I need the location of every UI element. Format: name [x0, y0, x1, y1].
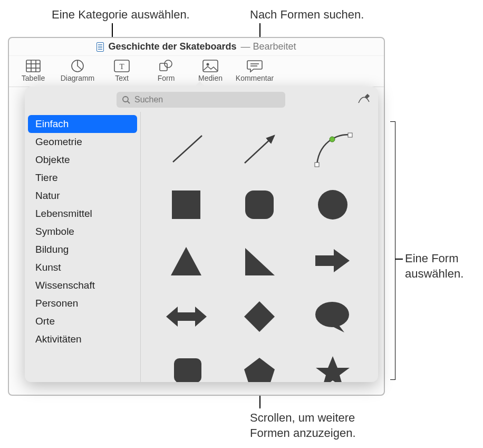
svg-point-14 [123, 97, 128, 102]
shape-star[interactable] [306, 349, 359, 382]
document-title: Geschichte der Skateboards [108, 41, 236, 52]
search-input[interactable]: Suchen [117, 92, 285, 108]
shape-double-arrow[interactable] [160, 293, 212, 340]
media-icon [202, 59, 218, 73]
category-sidebar: EinfachGeometrieObjekteTiereNaturLebensm… [25, 112, 141, 382]
svg-point-23 [318, 190, 347, 220]
comment-icon [247, 59, 263, 73]
bracket [390, 121, 395, 380]
toolbar-label: Diagramm [61, 74, 95, 82]
category-item-objekte[interactable]: Objekte [28, 151, 137, 169]
svg-rect-10 [203, 60, 218, 72]
svg-rect-21 [172, 190, 200, 219]
shape-diamond[interactable] [233, 293, 286, 340]
toolbar-label: Kommentar [236, 74, 274, 82]
svg-rect-31 [174, 358, 201, 382]
svg-point-20 [330, 137, 335, 142]
category-item-aktivitäten[interactable]: Aktivitäten [28, 330, 137, 348]
shape-pentagon[interactable] [233, 349, 286, 382]
category-item-personen[interactable]: Personen [28, 294, 137, 312]
toolbar-label: Tabelle [22, 74, 45, 82]
svg-rect-0 [26, 60, 40, 72]
category-item-tiere[interactable]: Tiere [28, 169, 137, 187]
callout-select-shape: Eine Form auswählen. [405, 251, 463, 281]
svg-line-15 [128, 101, 130, 103]
callout-scroll-more: Scrollen, um weitere Formen anzuzeigen. [250, 411, 356, 441]
svg-marker-24 [171, 247, 201, 275]
shape-square[interactable] [160, 181, 212, 228]
titlebar: Geschichte der Skateboards — Bearbeitet [9, 38, 384, 56]
toolbar-label: Form [158, 74, 175, 82]
shape-arrow-line[interactable] [233, 125, 286, 173]
shapes-popover: Suchen EinfachGeometrieObjekteTiereNatur… [25, 87, 378, 382]
category-item-lebensmittel[interactable]: Lebensmittel [28, 205, 137, 223]
toolbar-button-comment[interactable]: Kommentar [235, 59, 275, 82]
toolbar-label: Text [115, 74, 129, 82]
toolbar-button-media[interactable]: Medien [190, 59, 230, 82]
shapes-grid [141, 112, 378, 382]
svg-marker-27 [166, 307, 207, 327]
svg-point-11 [207, 63, 209, 66]
svg-marker-25 [245, 248, 275, 275]
document-icon [96, 42, 104, 52]
svg-rect-22 [245, 190, 274, 219]
text-icon: T [114, 59, 130, 73]
draw-shape-button[interactable] [357, 93, 371, 107]
svg-point-9 [165, 60, 172, 68]
toolbar-button-text[interactable]: T Text [102, 59, 142, 82]
category-item-orte[interactable]: Orte [28, 312, 137, 330]
category-item-einfach[interactable]: Einfach [28, 115, 137, 133]
svg-rect-18 [315, 163, 319, 167]
svg-marker-34 [316, 356, 350, 382]
svg-text:T: T [119, 62, 124, 71]
category-item-bildung[interactable]: Bildung [28, 241, 137, 259]
popover-header: Suchen [25, 87, 378, 112]
svg-marker-28 [244, 301, 275, 332]
shape-rounded-square[interactable] [233, 181, 286, 228]
svg-marker-33 [244, 358, 275, 382]
shape-triangle[interactable] [160, 237, 212, 284]
svg-marker-26 [315, 249, 350, 272]
category-item-wissenschaft[interactable]: Wissenschaft [28, 277, 137, 294]
chart-icon [70, 59, 85, 73]
popover-body: EinfachGeometrieObjekteTiereNaturLebensm… [25, 112, 378, 382]
callout-search-shapes: Nach Formen suchen. [250, 7, 364, 23]
shape-arrow-right[interactable] [306, 237, 359, 284]
shape-right-triangle[interactable] [233, 237, 286, 284]
shape-circle[interactable] [306, 181, 359, 228]
svg-point-29 [315, 302, 349, 327]
svg-line-16 [173, 136, 202, 162]
category-item-kunst[interactable]: Kunst [28, 259, 137, 277]
toolbar-button-chart[interactable]: Diagramm [57, 59, 98, 82]
shape-line[interactable] [160, 125, 212, 173]
toolbar-button-shape[interactable]: Form [146, 59, 186, 82]
table-icon [25, 59, 41, 73]
callout-select-category: Eine Kategorie auswählen. [52, 7, 190, 23]
svg-line-17 [245, 136, 274, 163]
shape-bezier-curve[interactable] [306, 125, 359, 173]
pen-icon [357, 93, 371, 104]
toolbar-button-table[interactable]: Tabelle [13, 59, 53, 82]
edited-indicator: — Bearbeitet [241, 41, 296, 52]
shape-icon [158, 59, 174, 73]
search-icon [122, 96, 130, 104]
category-item-symbole[interactable]: Symbole [28, 223, 137, 241]
search-placeholder: Suchen [134, 95, 163, 104]
category-item-natur[interactable]: Natur [28, 187, 137, 205]
callout-line [395, 259, 403, 260]
category-item-geometrie[interactable]: Geometrie [28, 133, 137, 151]
shape-callout-square[interactable] [160, 349, 212, 382]
app-window: Geschichte der Skateboards — Bearbeitet … [8, 37, 385, 396]
svg-rect-19 [348, 133, 352, 137]
shape-speech-bubble[interactable] [306, 293, 359, 340]
